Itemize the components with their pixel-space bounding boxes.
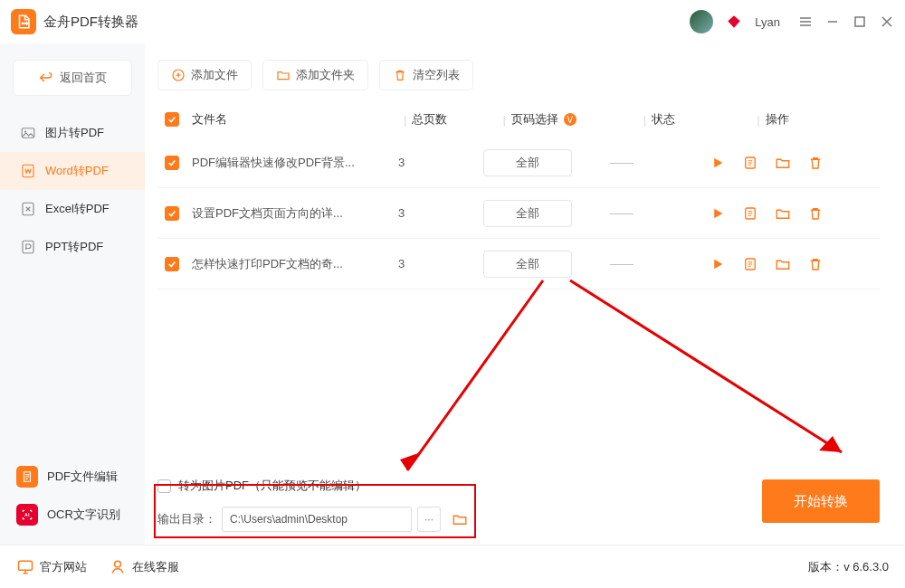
page-select-button[interactable]: 全部 bbox=[483, 149, 572, 176]
page-select-button[interactable]: 全部 bbox=[483, 200, 572, 227]
ppt-icon bbox=[20, 239, 36, 255]
svg-rect-10 bbox=[19, 561, 33, 570]
support-icon bbox=[109, 558, 127, 576]
word-icon bbox=[20, 163, 36, 179]
add-file-button[interactable]: 添加文件 bbox=[157, 60, 252, 90]
folder-icon[interactable] bbox=[775, 256, 791, 272]
image-icon bbox=[20, 125, 36, 141]
content-area: 添加文件 添加文件夹 清空列表 文件名 | 总页数 | 页码选择V | 状态 |… bbox=[145, 43, 905, 545]
sidebar-item-label: 图片转PDF bbox=[45, 125, 104, 141]
svg-rect-3 bbox=[23, 165, 33, 177]
sidebar-item-excel-to-pdf[interactable]: Excel转PDF bbox=[0, 190, 145, 228]
version-text: 版本：v 6.6.3.0 bbox=[808, 559, 889, 575]
sidebar-item-pdf-edit[interactable]: PDF文件编辑 bbox=[0, 458, 145, 496]
sidebar-item-image-to-pdf[interactable]: 图片转PDF bbox=[0, 114, 145, 152]
row-pages: 3 bbox=[398, 257, 483, 270]
delete-icon[interactable] bbox=[807, 155, 824, 171]
th-status: 状态 bbox=[652, 111, 751, 128]
clear-list-label: 清空列表 bbox=[413, 67, 460, 83]
row-checkbox[interactable] bbox=[165, 257, 179, 271]
svg-rect-1 bbox=[22, 128, 34, 138]
svg-rect-5 bbox=[23, 241, 33, 253]
table-row: 怎样快速打印PDF文档的奇... 3 全部 —— bbox=[157, 239, 880, 289]
row-checkbox[interactable] bbox=[165, 156, 179, 170]
close-icon[interactable] bbox=[880, 14, 894, 29]
select-all-checkbox[interactable] bbox=[165, 112, 179, 127]
row-status: —— bbox=[610, 257, 710, 270]
play-icon[interactable] bbox=[710, 256, 726, 272]
table-row: 设置PDF文档页面方向的详... 3 全部 —— bbox=[157, 188, 880, 239]
folder-icon[interactable] bbox=[775, 155, 791, 171]
avatar[interactable] bbox=[690, 10, 713, 33]
ocr-icon bbox=[16, 504, 38, 526]
sidebar-item-label: PPT转PDF bbox=[45, 239, 103, 255]
detail-icon[interactable] bbox=[742, 256, 758, 272]
sidebar-item-ppt-to-pdf[interactable]: PPT转PDF bbox=[0, 228, 145, 266]
th-filename: 文件名 bbox=[192, 111, 398, 128]
sidebar-item-label: PDF文件编辑 bbox=[47, 469, 118, 485]
folder-icon[interactable] bbox=[775, 205, 791, 222]
official-site-link[interactable]: 官方网站 bbox=[16, 558, 87, 576]
detail-icon[interactable] bbox=[742, 205, 758, 222]
svg-point-11 bbox=[115, 561, 121, 567]
app-logo-icon bbox=[11, 9, 36, 34]
th-page-select: 页码选择V bbox=[511, 111, 638, 128]
image-pdf-label: 转为图片PDF（只能预览不能编辑） bbox=[178, 478, 367, 494]
sidebar-item-label: Word转PDF bbox=[45, 163, 109, 179]
delete-icon[interactable] bbox=[807, 205, 824, 222]
row-filename: 设置PDF文档页面方向的详... bbox=[192, 205, 398, 222]
open-folder-button[interactable] bbox=[452, 509, 472, 529]
app-title: 金舟PDF转换器 bbox=[43, 14, 138, 31]
row-checkbox[interactable] bbox=[165, 206, 179, 221]
excel-icon bbox=[20, 201, 36, 217]
delete-icon[interactable] bbox=[807, 256, 824, 272]
sidebar: 返回首页 图片转PDF Word转PDF Excel转PDF PPT转PDF P… bbox=[0, 43, 145, 545]
table-header: 文件名 | 总页数 | 页码选择V | 状态 | 操作 bbox=[157, 101, 880, 138]
sidebar-item-label: Excel转PDF bbox=[45, 201, 110, 217]
play-icon[interactable] bbox=[710, 155, 726, 171]
vip-icon[interactable] bbox=[726, 14, 742, 30]
row-status: —— bbox=[610, 206, 710, 220]
th-pages: 总页数 bbox=[412, 111, 497, 128]
back-home-label: 返回首页 bbox=[60, 70, 107, 86]
sidebar-item-word-to-pdf[interactable]: Word转PDF bbox=[0, 152, 145, 190]
start-convert-button[interactable]: 开始转换 bbox=[762, 479, 880, 523]
user-name: Lyan bbox=[755, 15, 780, 29]
sidebar-item-label: OCR文字识别 bbox=[47, 507, 120, 523]
page-select-button[interactable]: 全部 bbox=[483, 251, 572, 278]
row-pages: 3 bbox=[398, 156, 483, 169]
row-pages: 3 bbox=[398, 206, 483, 220]
minimize-icon[interactable] bbox=[825, 14, 840, 29]
th-ops: 操作 bbox=[766, 111, 872, 128]
support-label: 在线客服 bbox=[132, 559, 179, 575]
back-home-button[interactable]: 返回首页 bbox=[13, 60, 132, 96]
add-folder-label: 添加文件夹 bbox=[296, 67, 355, 83]
official-site-label: 官方网站 bbox=[40, 559, 87, 575]
row-filename: 怎样快速打印PDF文档的奇... bbox=[192, 256, 398, 272]
output-dir-input[interactable] bbox=[222, 507, 412, 532]
browse-button[interactable]: ··· bbox=[417, 507, 441, 532]
clear-list-button[interactable]: 清空列表 bbox=[379, 60, 473, 90]
monitor-icon bbox=[16, 558, 34, 576]
svg-rect-0 bbox=[855, 17, 864, 26]
table-row: PDF编辑器快速修改PDF背景... 3 全部 —— bbox=[157, 138, 880, 188]
statusbar: 官方网站 在线客服 版本：v 6.6.3.0 bbox=[0, 545, 905, 588]
menu-icon[interactable] bbox=[798, 14, 813, 29]
vip-badge-icon: V bbox=[564, 113, 576, 126]
output-dir-label: 输出目录： bbox=[157, 511, 216, 527]
pdf-edit-icon bbox=[16, 466, 38, 488]
detail-icon[interactable] bbox=[742, 155, 758, 171]
image-pdf-checkbox[interactable] bbox=[157, 479, 171, 493]
row-filename: PDF编辑器快速修改PDF背景... bbox=[192, 155, 398, 171]
maximize-icon[interactable] bbox=[853, 14, 867, 29]
support-link[interactable]: 在线客服 bbox=[109, 558, 179, 576]
sidebar-item-ocr[interactable]: OCR文字识别 bbox=[0, 496, 145, 534]
add-folder-button[interactable]: 添加文件夹 bbox=[262, 60, 368, 90]
titlebar: 金舟PDF转换器 Lyan bbox=[0, 0, 905, 43]
add-file-label: 添加文件 bbox=[191, 67, 238, 83]
row-status: —— bbox=[610, 156, 710, 169]
play-icon[interactable] bbox=[710, 205, 726, 222]
